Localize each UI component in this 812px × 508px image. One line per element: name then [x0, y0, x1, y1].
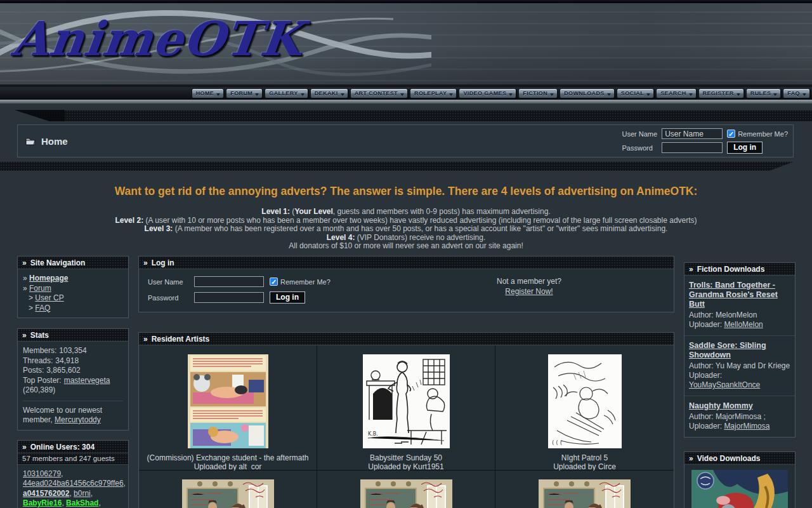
nav-button-art-contest[interactable]: ART CONTEST: [350, 88, 408, 98]
artwork-thumbnail-classroom[interactable]: [182, 479, 274, 508]
online-user-link[interactable]: 44ead024ba61456c6c979ffe6: [23, 479, 124, 488]
online-user-link[interactable]: b0rni: [74, 489, 91, 498]
ad-notice-line: Level 4: (VIP Donators) receive no adver…: [25, 234, 787, 243]
author-name: MajorMimosa ;: [716, 412, 766, 421]
login-button[interactable]: Log in: [270, 291, 305, 304]
text-segment: , guests and members with 0-9 posts) has…: [333, 207, 551, 216]
online-user-link[interactable]: BakShad: [66, 498, 98, 507]
artwork-thumbnail-classroom[interactable]: [539, 479, 631, 508]
artwork-thumbnail-classroom[interactable]: [360, 479, 452, 508]
login-box-body: User Name ✓ Remember Me? Password Log in…: [139, 269, 674, 312]
username-label: User Name: [622, 130, 658, 138]
nav-button-label: REGISTER: [703, 90, 734, 97]
nav-button-register[interactable]: REGISTER: [698, 88, 744, 98]
dropdown-arrow-icon: [509, 93, 513, 96]
text-segment: Your Level: [294, 207, 332, 216]
resident-artists-box: »Resident Artists: [138, 332, 674, 508]
nav-button-home[interactable]: HOME: [192, 88, 225, 98]
main-nav: HOMEFORUMGALLERYDEKAKIART CONTESTROLEPLA…: [0, 87, 812, 100]
nav-button-dekaki[interactable]: DEKAKI: [310, 88, 348, 98]
stats-body: Members:103,354 Threads:34,918 Posts:3,8…: [18, 342, 128, 430]
artwork-title: (Commission) Exchange student - the afte…: [139, 454, 317, 463]
artwork-caption: (Commission) Exchange student - the afte…: [139, 454, 317, 471]
nav-button-fiction[interactable]: FICTION: [518, 88, 558, 98]
decorative-bar-cap: [14, 110, 65, 121]
not-member-text: Not a member yet?: [459, 276, 599, 286]
fiction-downloads-box: »Fiction Downloads Trolls: Band Together…: [684, 262, 796, 438]
fiction-title-link[interactable]: Saddle Sore: Sibling Showdown: [689, 341, 790, 360]
nav-button-gallery[interactable]: GALLERY: [265, 88, 308, 98]
header-bullet-icon: »: [143, 335, 148, 344]
nav-button-faq[interactable]: FAQ: [783, 88, 810, 98]
uploader-label: Uploader:: [689, 422, 722, 431]
uploader-label: Uploader:: [689, 320, 722, 329]
video-downloads-header: »Video Downloads: [684, 452, 795, 465]
remember-me-label: Remember Me?: [280, 278, 331, 286]
login-button[interactable]: Log in: [727, 142, 763, 154]
uploader-link[interactable]: YouMaySpankItOnce: [689, 380, 760, 389]
dropdown-arrow-icon: [550, 93, 554, 96]
stats-title: Stats: [30, 331, 49, 340]
remember-me-checkbox[interactable]: ✓: [727, 130, 735, 138]
text-segment: All donators of $10 or more will never s…: [289, 241, 523, 250]
username-input[interactable]: [662, 128, 723, 139]
artwork-thumbnail-sketch[interactable]: ( ( (: [548, 354, 622, 448]
nav-button-downloads[interactable]: DOWNLOADS: [560, 88, 615, 98]
uploader-link[interactable]: MelloMelon: [724, 320, 763, 329]
login-box: »Log in User Name ✓ Remember Me? Passwor…: [138, 256, 674, 312]
nav-button-rules[interactable]: RULES: [746, 88, 782, 98]
newest-member-link[interactable]: Mercurytoddy: [55, 415, 101, 424]
stat-value: 34,918: [55, 356, 79, 365]
fiction-title-link[interactable]: Trolls: Band Together - Grandma Rosie's …: [689, 281, 790, 309]
stat-posts: Posts:3,865,602: [23, 366, 123, 376]
password-input[interactable]: [662, 142, 723, 153]
online-user-link[interactable]: 103106279: [23, 469, 61, 478]
remember-me-wrap: ✓ Remember Me?: [270, 277, 414, 286]
nav-button-label: RULES: [750, 90, 771, 97]
site-navigation-header: »Site Navigation: [18, 257, 128, 269]
nav-button-forum[interactable]: FORUM: [226, 88, 263, 98]
artwork-uploader: Uploaded by Kurt1951: [317, 463, 495, 472]
resident-artists-title: Resident Artists: [152, 335, 210, 344]
dropdown-arrow-icon: [400, 93, 404, 96]
artist-cell: [495, 471, 674, 508]
bullet-icon: »: [23, 284, 27, 293]
text-segment: (VIP Donators) receive no advertising.: [355, 233, 485, 242]
site-navigation-box: »Site Navigation » Homepage » Forum > Us…: [17, 256, 129, 318]
uploader-link[interactable]: MajorMimosa: [724, 422, 769, 431]
forum-link[interactable]: Forum: [29, 284, 51, 293]
remember-me-label: Remember Me?: [738, 130, 788, 138]
username-input[interactable]: [194, 276, 264, 287]
nav-button-search[interactable]: SEARCH: [656, 88, 696, 98]
video-thumbnail[interactable]: [691, 470, 788, 508]
artwork-thumbnail-comic[interactable]: [188, 354, 268, 448]
stat-label: Threads:: [23, 356, 53, 365]
faq-link[interactable]: FAQ: [35, 304, 50, 312]
online-user-link[interactable]: BabyRie16: [23, 498, 62, 507]
top-poster-link[interactable]: mastervegeta: [64, 376, 110, 385]
online-user-link[interactable]: a0415762002: [23, 489, 69, 498]
sidebar-item-usercp: > User CP: [23, 293, 123, 304]
nav-button-roleplay[interactable]: ROLEPLAY: [410, 88, 457, 98]
header-bullet-icon: »: [22, 258, 27, 267]
site-logo-text[interactable]: AnimeOTK: [10, 11, 306, 66]
artist-cell: (Commission) Exchange student - the afte…: [139, 345, 317, 471]
resident-artists-header: »Resident Artists: [139, 333, 674, 345]
video-downloads-box: »Video Downloads Tu Seras un: [684, 451, 796, 508]
nav-button-social[interactable]: SOCIAL: [617, 88, 654, 98]
password-input[interactable]: [194, 292, 264, 303]
remember-me-checkbox[interactable]: ✓: [270, 277, 278, 286]
register-now-link[interactable]: Register Now!: [505, 287, 553, 296]
fiction-downloads-title: Fiction Downloads: [697, 265, 765, 274]
homepage-link[interactable]: Homepage: [29, 274, 68, 283]
nav-button-label: ROLEPLAY: [414, 90, 447, 97]
nav-button-label: FAQ: [787, 90, 800, 97]
remember-me-wrap: ✓ Remember Me?: [727, 130, 788, 138]
nav-button-video-games[interactable]: VIDEO GAMES: [459, 88, 516, 98]
fiction-title-link[interactable]: Naughty Mommy: [689, 401, 790, 411]
text-segment: Level 3:: [145, 224, 173, 233]
stat-label: Members:: [23, 346, 56, 355]
fiction-item: Trolls: Band Together - Grandma Rosie's …: [684, 276, 795, 335]
usercp-link[interactable]: User CP: [35, 293, 63, 302]
artwork-thumbnail-inkdrawing[interactable]: K.B.: [363, 354, 450, 448]
